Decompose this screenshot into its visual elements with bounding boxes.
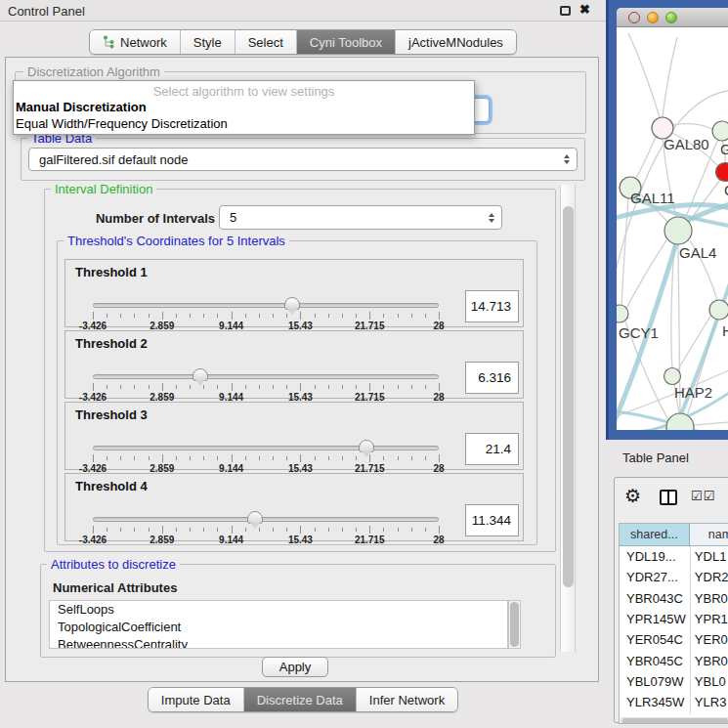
slider[interactable]: -3.4262.8599.14415.4321.71528	[93, 511, 439, 544]
network-icon	[103, 35, 115, 49]
table-row[interactable]: YER054CYER0	[620, 629, 728, 650]
slider-tick	[398, 314, 399, 318]
slider-tick	[149, 385, 150, 389]
threshold-value-field[interactable]: 14.713	[465, 290, 519, 322]
list-item[interactable]: TopologicalCoefficient	[50, 619, 507, 636]
threshold-value-field[interactable]: 21.4	[465, 433, 519, 465]
zoom-traffic-light-icon[interactable]	[665, 12, 677, 23]
slider[interactable]: -3.4262.8599.14415.4321.71528	[93, 297, 439, 330]
tab-infer-network[interactable]: Infer Network	[356, 688, 457, 711]
list-scrollbar[interactable]	[508, 600, 521, 649]
num-intervals-combo[interactable]: 5	[219, 205, 502, 230]
table-row[interactable]: YDL19...YDL1	[620, 546, 728, 567]
table-row[interactable]: YBR043CYBR0	[620, 588, 728, 609]
network-canvas[interactable]: GAL80 GA C GAL11 GAL4 GCY1 H HAP2	[617, 27, 728, 430]
popup-option-manual[interactable]: Manual Discretization	[16, 100, 147, 114]
table-row[interactable]: YIL052CYIL0	[620, 712, 728, 714]
table-row[interactable]: YLR345WYLR3	[620, 692, 728, 712]
num-intervals-label: Number of Intervals	[86, 211, 215, 226]
threshold-panel-4: Threshold 4 -3.4262.8599.14415.4321.7152…	[64, 473, 524, 541]
table-data-combo[interactable]: galFiltered.sif default node	[28, 148, 578, 171]
table-row[interactable]: YBL079WYBL0	[620, 671, 728, 692]
apply-button[interactable]: Apply	[262, 657, 328, 677]
table-horizontal-scrollbar[interactable]	[621, 717, 728, 724]
close-icon[interactable]: ✖	[579, 2, 590, 17]
slider-tick	[217, 528, 218, 532]
slider-thumb[interactable]	[193, 368, 208, 381]
table-row[interactable]: YBR045CYBR0	[620, 650, 728, 670]
slider-tick	[120, 456, 121, 460]
tab-label: Network	[120, 35, 167, 50]
node-gcy1	[617, 305, 628, 322]
list-item[interactable]: SelfLoops	[50, 601, 507, 619]
slider-tick	[203, 528, 204, 532]
float-window-icon[interactable]	[560, 6, 571, 16]
scrollbar-thumb[interactable]	[510, 602, 519, 647]
slider-track[interactable]	[93, 374, 439, 379]
slider-tick	[342, 456, 343, 460]
slider-track[interactable]	[93, 303, 439, 308]
slider-thumb[interactable]	[284, 297, 300, 310]
group-title: Attributes to discretize	[47, 558, 180, 572]
close-traffic-light-icon[interactable]	[628, 12, 640, 23]
slider-tick	[232, 312, 233, 320]
minimize-traffic-light-icon[interactable]	[647, 12, 659, 23]
scrollbar-thumb[interactable]	[563, 206, 574, 587]
columns-icon[interactable]	[660, 490, 677, 505]
threshold-value-field[interactable]: 6.316	[465, 362, 519, 394]
slider-tick	[286, 528, 287, 532]
slider[interactable]: -3.4262.8599.14415.4321.71528	[93, 440, 439, 473]
slider-ticks	[93, 454, 439, 463]
scrollbar-thumb[interactable]	[622, 718, 728, 724]
threshold-value-field[interactable]: 11.344	[465, 504, 519, 536]
slider-scale-label: 28	[433, 535, 444, 545]
tab-label: Cyni Toolbox	[310, 35, 382, 50]
tab-impute-data[interactable]: Impute Data	[149, 688, 243, 711]
tab-jactivemnodules[interactable]: jActiveMNodules	[395, 30, 516, 54]
slider-tick	[245, 456, 246, 460]
slider-tick	[411, 314, 412, 318]
slider-tick	[134, 528, 135, 532]
slider-tick	[190, 314, 191, 318]
popup-option-equal-width[interactable]: Equal Width/Frequency Discretization	[16, 116, 228, 131]
list-item[interactable]: BetweennessCentrality	[50, 636, 507, 649]
tab-cyni-toolbox[interactable]: Cyni Toolbox	[296, 30, 395, 54]
svg-text:C: C	[724, 182, 728, 198]
slider-tick	[232, 526, 233, 534]
slider-tick	[286, 456, 287, 460]
tab-style[interactable]: Style	[180, 30, 235, 54]
tab-select[interactable]: Select	[235, 30, 296, 54]
slider-thumb[interactable]	[359, 440, 374, 452]
gear-icon[interactable]: ⚙	[624, 487, 641, 505]
slider-tick	[217, 456, 218, 460]
table-header-row: shared... name	[620, 524, 728, 546]
slider-track[interactable]	[93, 446, 439, 450]
slider-tick	[93, 526, 94, 534]
slider-tick	[162, 312, 163, 320]
slider-tick	[107, 456, 107, 460]
panel-scrollbar[interactable]	[560, 185, 576, 652]
slider-tick	[120, 314, 121, 318]
slider-tick	[120, 385, 121, 389]
table-row[interactable]: YPR145WYPR1	[620, 609, 728, 629]
slider-tick	[259, 314, 260, 318]
slider-track[interactable]	[93, 517, 439, 522]
column-header-name[interactable]: name	[690, 524, 728, 545]
table-row[interactable]: YDR27...YDR2	[620, 567, 728, 587]
table-rows: YDL19...YDL1 YDR27...YDR2 YBR043CYBR0 YP…	[620, 546, 728, 714]
slider[interactable]: -3.4262.8599.14415.4321.71528	[93, 368, 439, 402]
tab-discretize-data[interactable]: Discretize Data	[243, 688, 356, 711]
tab-network[interactable]: Network	[90, 30, 180, 54]
slider-tick	[203, 314, 204, 318]
column-header-shared[interactable]: shared...	[620, 524, 690, 545]
checkbox-icons[interactable]: ☑☑	[691, 489, 715, 503]
slider-tick	[190, 528, 191, 532]
slider-thumb[interactable]	[247, 511, 263, 524]
tab-label: jActiveMNodules	[408, 35, 503, 50]
slider-tick	[369, 312, 370, 320]
slider-tick	[315, 314, 316, 318]
slider-tick	[369, 383, 370, 391]
attributes-group: Attributes to discretize Numerical Attri…	[40, 564, 556, 658]
network-window-titlebar[interactable]	[617, 8, 728, 27]
slider-tick	[259, 456, 260, 460]
